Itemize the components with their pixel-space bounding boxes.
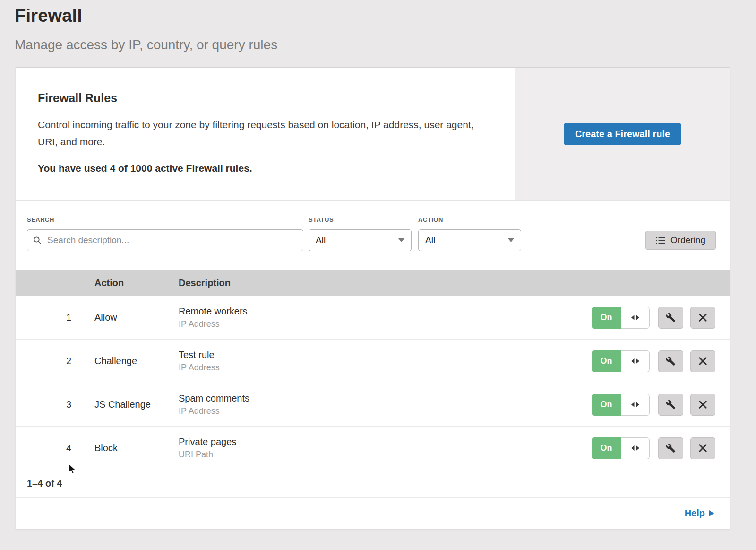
rule-controls: On <box>592 394 730 416</box>
rule-controls: On <box>592 350 730 372</box>
rule-priority: 2 <box>16 356 79 367</box>
rule-enabled-toggle[interactable]: On <box>592 307 650 329</box>
rule-match-type: IP Address <box>179 363 592 373</box>
wrench-icon <box>666 313 676 323</box>
close-icon <box>699 401 707 409</box>
edit-rule-button[interactable] <box>658 394 683 416</box>
rule-match-type: IP Address <box>179 406 592 416</box>
help-row: Help <box>16 498 730 529</box>
rule-description: Spam comments <box>179 393 592 404</box>
edit-rule-button[interactable] <box>658 437 683 459</box>
rule-description: Test rule <box>179 349 592 360</box>
table-header-row: Action Description <box>16 270 730 296</box>
rules-table: Action Description 1 Allow Remote worker… <box>16 270 730 529</box>
rule-description-cell: Private pages URI Path <box>179 437 592 460</box>
toggle-on-label: On <box>592 307 621 329</box>
rule-action: Challenge <box>79 356 179 367</box>
delete-rule-button[interactable] <box>690 350 715 372</box>
rule-usage-summary: You have used 4 of 1000 active Firewall … <box>38 163 493 174</box>
chevron-down-icon <box>508 238 514 242</box>
action-label: ACTION <box>418 216 521 223</box>
table-row: 2 Challenge Test rule IP Address On <box>16 340 730 383</box>
wrench-icon <box>666 400 676 410</box>
ordered-list-icon <box>656 237 665 244</box>
edit-rule-button[interactable] <box>658 307 683 329</box>
toggle-arrows-icon <box>621 307 650 329</box>
firewall-page: Firewall Manage access by IP, country, o… <box>0 0 756 550</box>
toggle-arrows-icon <box>621 437 650 459</box>
search-icon <box>33 236 42 244</box>
card-description: Control incoming traffic to your zone by… <box>38 116 484 150</box>
chevron-down-icon <box>398 238 404 242</box>
toggle-arrows-icon <box>621 394 650 416</box>
rule-priority: 3 <box>16 399 79 410</box>
card-intro: Firewall Rules Control incoming traffic … <box>16 68 515 200</box>
rule-enabled-toggle[interactable]: On <box>592 350 650 372</box>
close-icon <box>699 444 707 452</box>
status-select[interactable]: All <box>309 229 412 251</box>
edit-rule-button[interactable] <box>658 350 683 372</box>
page-subtitle: Manage access by IP, country, or query r… <box>15 37 756 52</box>
status-filter-group: STATUS All <box>309 216 412 251</box>
rule-description-cell: Test rule IP Address <box>179 349 592 373</box>
close-icon <box>699 314 707 322</box>
toggle-on-label: On <box>592 394 621 416</box>
delete-rule-button[interactable] <box>690 437 715 459</box>
table-row: 4 Block Private pages URI Path On <box>16 427 730 470</box>
rule-description: Remote workers <box>179 306 592 317</box>
rule-priority: 1 <box>16 312 79 323</box>
rule-match-type: URI Path <box>179 450 592 460</box>
table-row: 1 Allow Remote workers IP Address On <box>16 296 730 340</box>
close-icon <box>699 357 707 365</box>
pagination-text: 1–4 of 4 <box>27 478 62 489</box>
action-select[interactable]: All <box>418 229 521 251</box>
search-filter-group: SEARCH <box>27 216 303 251</box>
rule-action: Allow <box>79 312 179 323</box>
rule-controls: On <box>592 437 730 459</box>
rule-description: Private pages <box>179 437 592 447</box>
wrench-icon <box>666 356 676 366</box>
search-box <box>27 229 303 251</box>
ordering-label: Ordering <box>670 235 705 245</box>
create-firewall-rule-button[interactable]: Create a Firewall rule <box>564 123 681 145</box>
rule-match-type: IP Address <box>179 319 592 329</box>
rule-description-cell: Remote workers IP Address <box>179 306 592 329</box>
page-header: Firewall Manage access by IP, country, o… <box>0 0 756 52</box>
search-label: SEARCH <box>27 216 303 223</box>
column-header-action: Action <box>79 278 179 288</box>
rule-enabled-toggle[interactable]: On <box>592 437 650 459</box>
status-label: STATUS <box>309 216 412 223</box>
table-row: 3 JS Challenge Spam comments IP Address … <box>16 383 730 427</box>
toggle-on-label: On <box>592 350 621 372</box>
ordering-button[interactable]: Ordering <box>645 231 716 250</box>
column-header-description: Description <box>179 278 592 288</box>
action-filter-group: ACTION All <box>418 216 521 251</box>
help-label: Help <box>685 508 705 519</box>
create-rule-panel: Create a Firewall rule <box>515 68 730 200</box>
rule-enabled-toggle[interactable]: On <box>592 394 650 416</box>
rule-description-cell: Spam comments IP Address <box>179 393 592 416</box>
page-title: Firewall <box>15 6 756 26</box>
action-select-value: All <box>425 235 435 245</box>
rule-controls: On <box>592 307 730 329</box>
delete-rule-button[interactable] <box>690 307 715 329</box>
filter-bar: SEARCH STATUS All ACTION <box>16 201 730 270</box>
card-heading: Firewall Rules <box>38 91 493 105</box>
rule-action: JS Challenge <box>79 399 179 410</box>
toggle-arrows-icon <box>621 350 650 372</box>
toggle-on-label: On <box>592 437 621 459</box>
rule-priority: 4 <box>16 443 79 454</box>
delete-rule-button[interactable] <box>690 394 715 416</box>
card-header-section: Firewall Rules Control incoming traffic … <box>16 68 730 201</box>
pagination: 1–4 of 4 <box>16 470 730 498</box>
status-select-value: All <box>316 235 326 245</box>
arrow-right-icon <box>709 510 714 516</box>
search-input[interactable] <box>27 229 303 251</box>
help-link[interactable]: Help <box>685 508 714 519</box>
wrench-icon <box>666 443 676 453</box>
firewall-rules-card: Firewall Rules Control incoming traffic … <box>16 67 730 529</box>
rule-action: Block <box>79 443 179 454</box>
